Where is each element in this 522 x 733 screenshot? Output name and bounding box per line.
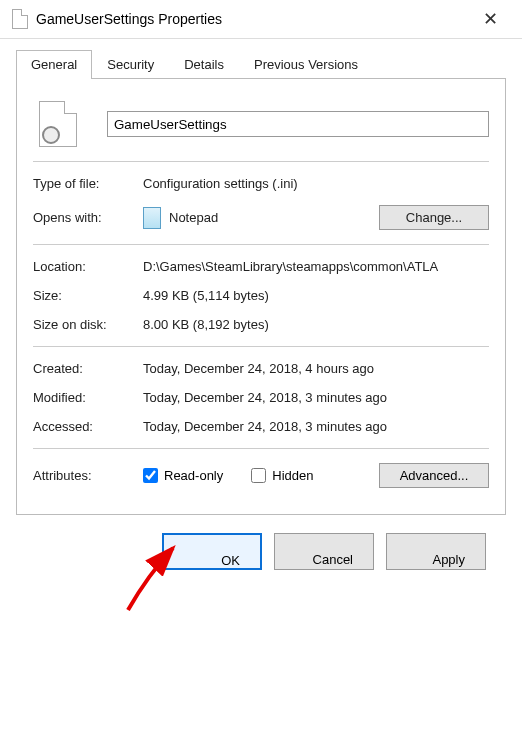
- checkbox-read-only-label: Read-only: [164, 468, 223, 483]
- window-title: GameUserSettings Properties: [36, 11, 470, 27]
- value-opens-with: Notepad: [169, 210, 218, 225]
- advanced-button[interactable]: Advanced...: [379, 463, 489, 488]
- label-created: Created:: [33, 361, 143, 376]
- value-type-of-file: Configuration settings (.ini): [143, 176, 489, 191]
- label-location: Location:: [33, 259, 143, 274]
- value-location: D:\Games\SteamLibrary\steamapps\common\A…: [143, 259, 489, 274]
- divider: [33, 161, 489, 162]
- label-size: Size:: [33, 288, 143, 303]
- close-button[interactable]: ✕: [470, 8, 510, 30]
- label-opens-with: Opens with:: [33, 210, 143, 225]
- apply-button[interactable]: Apply: [386, 533, 486, 570]
- checkbox-read-only-input[interactable]: [143, 468, 158, 483]
- filetype-icon: [39, 101, 77, 147]
- value-size: 4.99 KB (5,114 bytes): [143, 288, 489, 303]
- checkbox-hidden-input[interactable]: [251, 468, 266, 483]
- label-size-on-disk: Size on disk:: [33, 317, 143, 332]
- file-icon: [12, 9, 28, 29]
- value-created: Today, December 24, 2018, 4 hours ago: [143, 361, 489, 376]
- label-type-of-file: Type of file:: [33, 176, 143, 191]
- notepad-icon: [143, 207, 161, 229]
- ok-button[interactable]: OK: [162, 533, 262, 570]
- divider: [33, 346, 489, 347]
- checkbox-hidden[interactable]: Hidden: [251, 468, 313, 483]
- tab-security[interactable]: Security: [92, 50, 169, 79]
- cancel-button[interactable]: Cancel: [274, 533, 374, 570]
- checkbox-read-only[interactable]: Read-only: [143, 468, 223, 483]
- change-button[interactable]: Change...: [379, 205, 489, 230]
- label-attributes: Attributes:: [33, 468, 143, 483]
- value-accessed: Today, December 24, 2018, 3 minutes ago: [143, 419, 489, 434]
- tab-previous-versions[interactable]: Previous Versions: [239, 50, 373, 79]
- tab-general[interactable]: General: [16, 50, 92, 79]
- label-accessed: Accessed:: [33, 419, 143, 434]
- divider: [33, 448, 489, 449]
- tab-body-general: Type of file: Configuration settings (.i…: [16, 79, 506, 515]
- dialog-footer: OK Cancel Apply: [16, 515, 506, 570]
- checkbox-hidden-label: Hidden: [272, 468, 313, 483]
- titlebar: GameUserSettings Properties ✕: [0, 0, 522, 39]
- value-modified: Today, December 24, 2018, 3 minutes ago: [143, 390, 489, 405]
- tab-strip: General Security Details Previous Versio…: [16, 49, 506, 79]
- tab-details[interactable]: Details: [169, 50, 239, 79]
- filename-input[interactable]: [107, 111, 489, 137]
- divider: [33, 244, 489, 245]
- label-modified: Modified:: [33, 390, 143, 405]
- value-size-on-disk: 8.00 KB (8,192 bytes): [143, 317, 489, 332]
